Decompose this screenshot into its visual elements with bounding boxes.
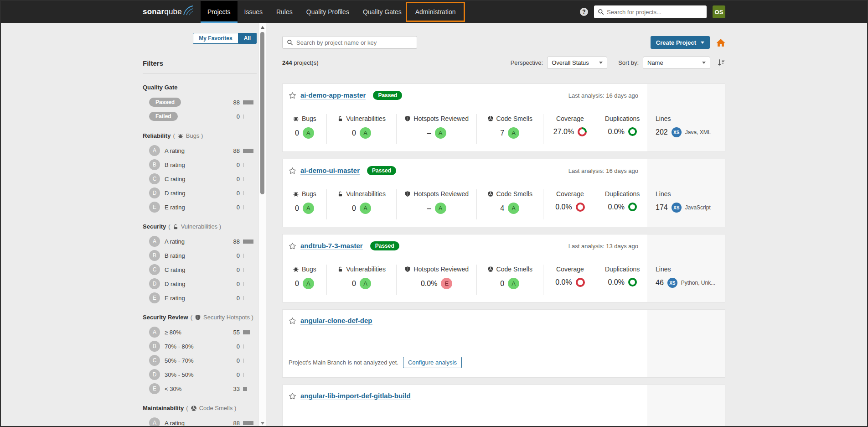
filter-security-review-70-80[interactable]: B70% - 80%0 <box>149 340 257 352</box>
filter-security-c-rating[interactable]: CC rating0 <box>149 264 257 276</box>
user-avatar[interactable]: OS <box>713 5 725 18</box>
facet-subtitle: Bugs ) <box>186 132 203 139</box>
filter-security-e-rating[interactable]: EE rating0 <box>149 292 257 304</box>
logo-text-light: qube <box>164 7 182 16</box>
filter-security-review-50-70[interactable]: C50% - 70%0 <box>149 354 257 366</box>
filter-security-d-rating[interactable]: DD rating0 <box>149 278 257 290</box>
rating-badge-a: A <box>303 203 314 214</box>
measure-label: Code Smells <box>496 190 532 198</box>
filter-count: 0 <box>224 357 240 364</box>
help-icon[interactable]: ? <box>580 8 588 16</box>
filter-quality-gate-failed[interactable]: Failed0 <box>149 110 257 122</box>
filter-reliability-b-rating[interactable]: BB rating0 <box>149 159 257 171</box>
search-icon <box>287 39 293 46</box>
sort-by-select[interactable]: Name <box>643 57 710 69</box>
configure-analysis-button[interactable]: Configure analysis <box>403 357 462 368</box>
duplications-value: 0.0% <box>608 278 624 286</box>
filter-histogram-bar <box>243 115 257 119</box>
lines-value: 202 <box>656 128 668 136</box>
filter-quality-gate-passed[interactable]: Passed88 <box>149 96 257 108</box>
sonarqube-logo[interactable]: sonarqube <box>143 7 194 16</box>
favorite-star-icon[interactable] <box>289 92 296 99</box>
project-search[interactable] <box>282 36 417 49</box>
filter-security-b-rating[interactable]: BB rating0 <box>149 250 257 261</box>
project-card-angular-lib-import-def-gitlab-build: angular-lib-import-def-gitlab-buildProje… <box>282 385 725 427</box>
chevron-down-icon <box>701 42 704 44</box>
project-name-link[interactable]: andtrub-7-3-master <box>300 242 363 250</box>
measure-label: Hotspots Reviewed <box>413 115 469 122</box>
logo-swoosh-icon <box>183 5 194 16</box>
filter-histogram-bar <box>243 254 257 258</box>
favorite-star-icon[interactable] <box>289 242 296 250</box>
perspective-label: Perspective: <box>511 59 543 66</box>
nav-item-issues[interactable]: Issues <box>238 1 269 23</box>
home-icon[interactable] <box>716 38 725 47</box>
project-name-link[interactable]: ai-demo-app-master <box>300 91 366 99</box>
filter-security-review-30-50[interactable]: D30% - 50%0 <box>149 369 257 380</box>
scroll-up-icon[interactable] <box>259 24 266 31</box>
scroll-down-icon[interactable] <box>259 420 266 427</box>
duplications-value: 0.0% <box>608 203 624 211</box>
favorite-star-icon[interactable] <box>289 317 296 325</box>
filter-label: ≥ 80% <box>165 329 181 336</box>
nav-item-projects[interactable]: Projects <box>201 1 238 23</box>
toggle-all[interactable]: All <box>238 33 257 44</box>
filter-reliability-e-rating[interactable]: EE rating0 <box>149 201 257 213</box>
filter-histogram-bar <box>243 149 257 153</box>
project-name-link[interactable]: ai-demo-ui-master <box>300 167 360 175</box>
quality-gate-pill: Passed <box>149 98 181 107</box>
project-search-input[interactable] <box>296 39 413 46</box>
nav-item-quality-profiles[interactable]: Quality Profiles <box>300 1 356 23</box>
project-name-link[interactable]: angular-lib-import-def-gitlab-build <box>300 392 411 400</box>
nav-item-administration[interactable]: Administration <box>408 1 463 23</box>
filter-reliability-d-rating[interactable]: DD rating0 <box>149 187 257 199</box>
filter-histogram-bar <box>243 344 257 349</box>
scrollbar-thumb[interactable] <box>260 32 264 194</box>
rating-chip-d: D <box>149 278 160 289</box>
last-analysis-text: Last analysis: 16 days ago <box>568 167 638 174</box>
filter-histogram-bar <box>243 373 257 377</box>
lines-value: 174 <box>656 203 668 212</box>
global-search[interactable] <box>594 5 707 18</box>
global-search-input[interactable] <box>607 9 703 16</box>
filter-security-review-30[interactable]: E< 30%33 <box>149 383 257 395</box>
facet-title: Security Review <box>143 314 188 321</box>
measure-label: Code Smells <box>496 115 532 122</box>
facet-subtitle: Security Hotspots ) <box>203 314 253 321</box>
favorite-star-icon[interactable] <box>289 167 296 175</box>
filter-label: 50% - 70% <box>165 357 194 364</box>
coverage-donut <box>576 278 585 287</box>
nav-item-quality-gates[interactable]: Quality Gates <box>356 1 408 23</box>
project-card-list: ai-demo-app-masterPassedLast analysis: 1… <box>282 83 725 427</box>
sort-direction-icon[interactable] <box>717 58 725 67</box>
create-project-button[interactable]: Create Project <box>651 36 710 49</box>
project-name-link[interactable]: angular-clone-def-dep <box>300 317 372 325</box>
sidebar-scrollbar[interactable] <box>258 23 266 427</box>
lines-cell <box>647 385 725 427</box>
rating-chip-d: D <box>149 369 160 380</box>
facet-header[interactable]: Security Review(Security Hotspots ) <box>143 314 257 321</box>
filter-label: 30% - 50% <box>165 371 194 378</box>
perspective-select[interactable]: Overall Status <box>547 57 607 69</box>
rating-badge-a: A <box>435 127 446 139</box>
filter-count: 88 <box>224 238 240 245</box>
filter-security-review-80[interactable]: A≥ 80%55 <box>149 326 257 338</box>
facet-header[interactable]: Reliability(Bugs ) <box>143 132 257 139</box>
filter-histogram-bar <box>243 177 257 181</box>
filter-reliability-c-rating[interactable]: CC rating0 <box>149 173 257 185</box>
lines-label: Lines <box>656 115 725 122</box>
last-analysis-text: Last analysis: 16 days ago <box>568 92 638 99</box>
favorite-star-icon[interactable] <box>289 392 296 400</box>
nav-item-rules[interactable]: Rules <box>269 1 300 23</box>
facet-header[interactable]: Maintainability(Code Smells ) <box>143 405 257 411</box>
facet-header[interactable]: Quality Gate <box>143 84 257 91</box>
facet-header[interactable]: Security(Vulnerabilities ) <box>143 223 257 230</box>
filter-maintainability-a-rating[interactable]: AA rating88 <box>149 417 257 427</box>
measure-coverage: Coverage0.0% <box>543 265 598 295</box>
toggle-my-favorites[interactable]: My Favorites <box>193 33 238 44</box>
lines-cell <box>647 310 725 377</box>
filter-histogram-bar <box>243 268 257 272</box>
filter-security-a-rating[interactable]: AA rating88 <box>149 235 257 247</box>
lines-cell: Lines202XSJava, XML <box>647 84 725 151</box>
filter-reliability-a-rating[interactable]: AA rating88 <box>149 145 257 156</box>
